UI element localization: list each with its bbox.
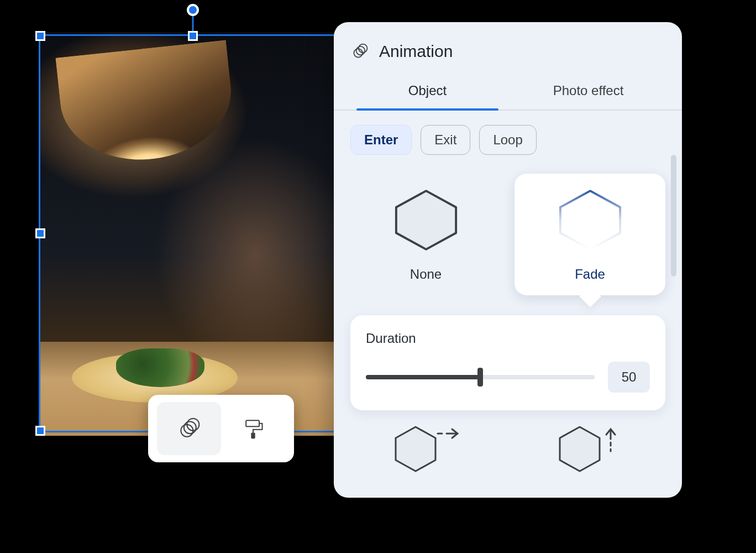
option-fade[interactable]: Fade (514, 174, 665, 295)
panel-header: Animation (334, 22, 682, 73)
floating-toolbar (148, 395, 294, 462)
rotation-stem (192, 11, 194, 33)
option-label: None (410, 267, 442, 282)
hexagon-arrow-right-icon (385, 426, 468, 476)
phase-chips: Enter Exit Loop (350, 125, 665, 155)
svg-marker-8 (396, 191, 455, 249)
svg-marker-13 (560, 427, 600, 471)
animation-icon (177, 416, 201, 441)
slider-fill (366, 375, 480, 379)
animation-panel: Animation Object Photo effect Enter Exit… (334, 22, 682, 498)
hexagon-fade-icon (554, 188, 626, 252)
slider-thumb[interactable] (477, 368, 483, 387)
option-slide-up[interactable] (514, 426, 665, 479)
panel-tabs: Object Photo effect (334, 73, 682, 111)
duration-value[interactable]: 50 (608, 362, 650, 393)
duration-card: Duration 50 (350, 315, 665, 410)
svg-marker-9 (560, 191, 620, 249)
option-none[interactable]: None (350, 174, 501, 295)
animation-options: None (350, 174, 665, 295)
svg-marker-10 (396, 427, 435, 471)
duration-slider[interactable] (366, 366, 595, 388)
svg-point-6 (356, 46, 365, 55)
animation-button[interactable] (157, 402, 221, 455)
chip-exit[interactable]: Exit (421, 125, 470, 155)
tab-photo-effect[interactable]: Photo effect (508, 73, 669, 109)
panel-scrollbar[interactable] (671, 155, 676, 276)
style-button[interactable] (221, 402, 285, 455)
panel-title: Animation (379, 42, 453, 61)
tab-object[interactable]: Object (347, 73, 508, 109)
animation-icon (350, 42, 369, 61)
svg-point-1 (184, 421, 196, 434)
more-options-peek (350, 426, 665, 479)
rotation-handle[interactable] (187, 4, 199, 16)
option-label: Fade (575, 267, 605, 282)
svg-point-7 (359, 44, 368, 53)
svg-rect-3 (246, 420, 259, 426)
chip-enter[interactable]: Enter (350, 125, 412, 155)
canvas-image[interactable] (39, 32, 348, 436)
svg-rect-4 (251, 432, 255, 439)
photo-placeholder (39, 32, 348, 436)
hexagon-arrow-up-icon (549, 426, 632, 476)
svg-point-5 (354, 49, 363, 58)
duration-label: Duration (366, 331, 650, 346)
chip-loop[interactable]: Loop (479, 125, 536, 155)
paint-roller-icon (241, 416, 265, 441)
hexagon-icon (390, 188, 462, 252)
option-slide-right[interactable] (350, 426, 501, 479)
